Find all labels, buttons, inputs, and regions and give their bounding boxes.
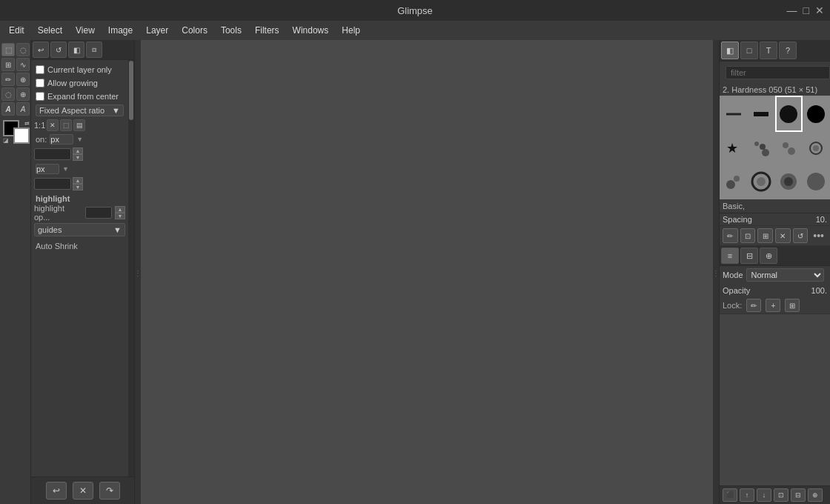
brush-cell-12[interactable] bbox=[803, 165, 830, 199]
mode-select[interactable]: Normal Multiply Screen bbox=[746, 268, 824, 282]
brush-cell-1[interactable] bbox=[720, 96, 747, 132]
reset-action-btn[interactable]: ↩ bbox=[46, 482, 67, 500]
menu-item-layer[interactable]: Layer bbox=[140, 24, 174, 37]
brush-cell-3[interactable] bbox=[775, 96, 803, 132]
layer-duplicate-btn[interactable]: ⊡ bbox=[774, 488, 788, 502]
canvas-area[interactable] bbox=[141, 40, 713, 504]
rect-select-tool[interactable]: ⬚ bbox=[1, 43, 15, 56]
left-panel-scrollbar[interactable] bbox=[128, 60, 134, 477]
panel-bottom-actions: ↩ ✕ ↷ bbox=[31, 477, 134, 504]
guides-dropdown[interactable]: guides ▼ bbox=[34, 223, 125, 236]
highlight-decrement-btn[interactable]: ▼ bbox=[115, 213, 125, 219]
ratio-clear-btn[interactable]: ✕ bbox=[47, 119, 59, 131]
menu-item-select[interactable]: Select bbox=[32, 24, 68, 37]
svg-point-8 bbox=[783, 142, 788, 148]
brush-more-btn[interactable]: ••• bbox=[810, 228, 827, 243]
y-unit-input[interactable] bbox=[36, 164, 59, 174]
right-separator[interactable]: ⋮ bbox=[713, 40, 719, 504]
brush-filter-input[interactable] bbox=[726, 66, 830, 79]
y-decrement-btn[interactable]: ▼ bbox=[73, 184, 83, 190]
layers-channels-tab[interactable]: ⊟ bbox=[740, 248, 758, 264]
pencil-tool[interactable]: ✏ bbox=[1, 73, 15, 86]
position-row: on: ▼ bbox=[34, 133, 125, 146]
x-decrement-btn[interactable]: ▼ bbox=[73, 154, 83, 161]
brush-cell-7[interactable] bbox=[775, 132, 803, 164]
lock-alpha-btn[interactable]: ⊞ bbox=[785, 299, 800, 312]
cancel-action-btn[interactable]: ✕ bbox=[73, 482, 93, 500]
layer-new-btn[interactable]: ⊕ bbox=[808, 488, 823, 502]
dodge-tool[interactable]: ⊕ bbox=[16, 87, 30, 101]
brush-delete-btn[interactable]: ✕ bbox=[775, 228, 791, 243]
current-layer-checkbox[interactable] bbox=[36, 65, 44, 74]
layers-list-tab[interactable]: ≡ bbox=[721, 248, 739, 264]
layer-to-image-btn[interactable]: ⬛ bbox=[723, 488, 737, 502]
brush-filter-container bbox=[720, 62, 830, 84]
minimize-button[interactable]: — bbox=[787, 4, 797, 16]
brushes-tab[interactable]: ◧ bbox=[721, 42, 739, 59]
layer-up-btn[interactable]: ↑ bbox=[740, 488, 754, 502]
brush-cell-5[interactable]: ★ bbox=[720, 132, 747, 164]
lasso-tool[interactable]: ◌ bbox=[16, 43, 30, 56]
expand-center-checkbox[interactable] bbox=[36, 92, 44, 101]
svg-point-5 bbox=[754, 142, 759, 146]
menu-item-filters[interactable]: Filters bbox=[249, 24, 285, 37]
brush-edit-btn[interactable]: ✏ bbox=[723, 228, 738, 243]
brush-cell-8[interactable] bbox=[803, 132, 830, 164]
lock-position-btn[interactable]: + bbox=[766, 299, 780, 312]
menu-item-windows[interactable]: Windows bbox=[287, 24, 335, 37]
panel-tab-redo[interactable]: ↺ bbox=[50, 42, 67, 58]
fuzzy-select-tool[interactable]: ⊞ bbox=[1, 58, 15, 71]
brush-cell-11[interactable] bbox=[775, 165, 803, 199]
x-increment-btn[interactable]: ▲ bbox=[73, 147, 83, 154]
fonts-tab[interactable]: T bbox=[760, 42, 777, 59]
menu-item-tools[interactable]: Tools bbox=[215, 24, 248, 37]
svg-point-15 bbox=[757, 177, 766, 186]
brush-cell-4[interactable] bbox=[803, 96, 830, 132]
layer-down-btn[interactable]: ↓ bbox=[757, 488, 771, 502]
left-panel-scroll-thumb[interactable] bbox=[129, 61, 133, 120]
brush-cell-9[interactable] bbox=[720, 165, 747, 199]
background-color[interactable] bbox=[13, 127, 30, 144]
brush-cell-6[interactable] bbox=[747, 132, 774, 164]
menu-item-view[interactable]: View bbox=[70, 24, 101, 37]
ratio-swap-btn[interactable]: ⬚ bbox=[60, 119, 72, 131]
brush-cell-10[interactable] bbox=[747, 165, 774, 199]
panel-tab-undo[interactable]: ↩ bbox=[33, 42, 49, 58]
brush-duplicate-btn[interactable]: ⊡ bbox=[740, 228, 756, 243]
y-value-input[interactable]: 0 bbox=[34, 178, 71, 190]
maximize-button[interactable]: □ bbox=[803, 4, 809, 16]
clone-tool[interactable]: ⊕ bbox=[16, 73, 30, 86]
confirm-action-btn[interactable]: ↷ bbox=[99, 482, 120, 500]
close-button[interactable]: ✕ bbox=[815, 4, 824, 16]
brush-refresh-btn[interactable]: ↺ bbox=[793, 228, 809, 243]
highlight-op-input[interactable]: 50.0 bbox=[85, 207, 112, 219]
allow-growing-checkbox[interactable] bbox=[36, 79, 44, 87]
menu-item-colors[interactable]: Colors bbox=[176, 24, 213, 37]
patterns-tab[interactable]: □ bbox=[740, 42, 758, 59]
highlight-increment-btn[interactable]: ▲ bbox=[115, 206, 125, 213]
text-tool-2[interactable]: A bbox=[16, 102, 30, 116]
menu-item-image[interactable]: Image bbox=[102, 24, 139, 37]
highlight-section-label: highlight bbox=[34, 192, 125, 204]
panel-tab-options[interactable]: ◧ bbox=[68, 42, 84, 58]
position-unit-input[interactable] bbox=[50, 134, 73, 145]
blur-tool[interactable]: ◌ bbox=[1, 87, 15, 101]
ratio-options-btn[interactable]: ▤ bbox=[73, 119, 85, 131]
swap-colors-icon[interactable]: ⇄ bbox=[24, 120, 30, 127]
panel-tab-extra[interactable]: ⧈ bbox=[86, 42, 102, 58]
path-tool[interactable]: ∿ bbox=[16, 58, 30, 71]
text-tool[interactable]: A bbox=[1, 102, 15, 116]
lock-pixels-btn[interactable]: ✏ bbox=[746, 299, 761, 312]
help-tab[interactable]: ? bbox=[779, 42, 797, 59]
x-value-input[interactable]: 0 bbox=[34, 148, 71, 160]
reset-colors-icon[interactable]: ◪ bbox=[3, 137, 9, 144]
layer-delete-btn[interactable]: ⊟ bbox=[791, 488, 806, 502]
y-increment-btn[interactable]: ▲ bbox=[73, 177, 83, 184]
left-separator[interactable]: ⋮ bbox=[135, 40, 141, 504]
fixed-aspect-dropdown[interactable]: Fixed Aspect ratio ▼ bbox=[36, 105, 124, 116]
layers-paths-tab[interactable]: ⊕ bbox=[760, 248, 777, 264]
brush-cell-2[interactable] bbox=[747, 96, 774, 132]
menu-item-help[interactable]: Help bbox=[336, 24, 366, 37]
brush-new-btn[interactable]: ⊞ bbox=[757, 228, 773, 243]
menu-item-edit[interactable]: Edit bbox=[3, 24, 30, 37]
